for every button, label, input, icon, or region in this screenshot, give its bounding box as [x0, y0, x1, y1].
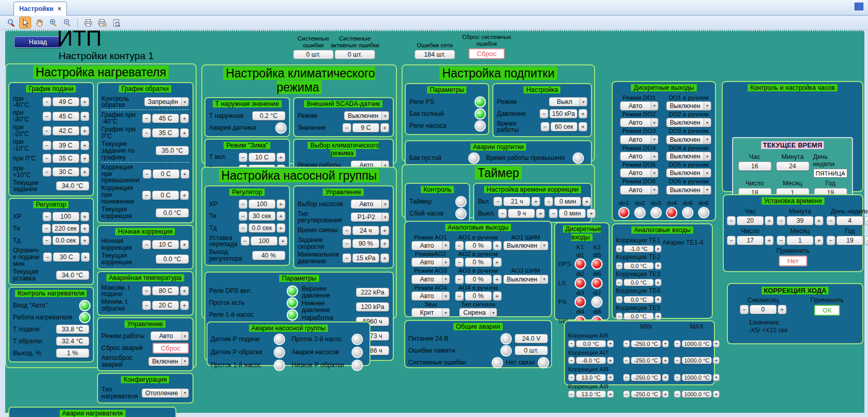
- decrement-button[interactable]: −: [826, 216, 835, 225]
- decrement-button[interactable]: −: [623, 374, 630, 381]
- dropdown[interactable]: Авто▼: [411, 258, 450, 267]
- increment-button[interactable]: +: [277, 199, 285, 209]
- decrement-button[interactable]: −: [616, 262, 623, 270]
- decrement-button[interactable]: −: [777, 236, 786, 245]
- increment-button[interactable]: +: [180, 114, 189, 123]
- decrement-button[interactable]: −: [142, 301, 151, 310]
- decrement-button[interactable]: −: [727, 216, 736, 225]
- dropdown[interactable]: Отопление▼: [142, 388, 189, 398]
- decrement-button[interactable]: −: [43, 141, 51, 150]
- decrement-button[interactable]: −: [544, 197, 553, 206]
- stepper-control[interactable]: −35 C+: [142, 128, 189, 138]
- dropdown[interactable]: Авто▼: [620, 101, 658, 111]
- increment-button[interactable]: +: [765, 216, 774, 225]
- decrement-button[interactable]: −: [43, 154, 51, 163]
- decrement-button[interactable]: −: [541, 122, 549, 131]
- dropdown[interactable]: Авто▼: [411, 275, 450, 284]
- decrement-button[interactable]: −: [342, 226, 351, 235]
- stepper-control[interactable]: −0 %+: [455, 291, 502, 301]
- stepper-control[interactable]: −20+: [727, 216, 774, 225]
- stepper-control[interactable]: −0.0 °C+: [616, 262, 662, 270]
- stepper-control[interactable]: −100+: [43, 212, 89, 221]
- increment-button[interactable]: +: [815, 216, 823, 225]
- increment-button[interactable]: +: [277, 223, 285, 233]
- increment-button[interactable]: +: [277, 153, 285, 162]
- increment-button[interactable]: +: [662, 391, 669, 398]
- increment-button[interactable]: +: [662, 374, 669, 381]
- increment-button[interactable]: +: [607, 357, 614, 364]
- stepper-control[interactable]: −30 сек+: [239, 211, 285, 221]
- stepper-control[interactable]: −9 ч+: [498, 209, 545, 218]
- dropdown[interactable]: Выключен▼: [666, 135, 711, 144]
- decrement-button[interactable]: −: [43, 126, 51, 136]
- increment-button[interactable]: +: [662, 357, 669, 364]
- decrement-button[interactable]: −: [549, 209, 558, 218]
- increment-button[interactable]: +: [607, 391, 614, 398]
- decrement-button[interactable]: −: [455, 241, 464, 250]
- stepper-control[interactable]: −220 сек+: [42, 224, 89, 233]
- increment-button[interactable]: +: [655, 313, 662, 320]
- decrement-button[interactable]: −: [43, 167, 51, 177]
- pan-icon[interactable]: [33, 17, 45, 29]
- stepper-control[interactable]: −0 C+: [142, 191, 189, 200]
- increment-button[interactable]: +: [713, 357, 720, 364]
- decrement-button[interactable]: −: [239, 153, 247, 162]
- increment-button[interactable]: +: [493, 275, 502, 284]
- decrement-button[interactable]: −: [568, 374, 575, 381]
- decrement-button[interactable]: −: [142, 240, 151, 249]
- decrement-button[interactable]: −: [239, 223, 247, 233]
- increment-button[interactable]: +: [180, 301, 189, 310]
- stepper-control[interactable]: −10 C+: [239, 153, 285, 162]
- stepper-control[interactable]: −9 C+: [342, 123, 389, 132]
- decrement-button[interactable]: −: [239, 199, 247, 209]
- stepper-control[interactable]: −1000.0 °C+: [674, 374, 720, 381]
- stepper-control[interactable]: −150 кРа+: [540, 109, 587, 118]
- stepper-control[interactable]: −100+: [241, 236, 287, 246]
- decrement-button[interactable]: −: [623, 340, 630, 347]
- stepper-control[interactable]: −1000.0 °C+: [674, 391, 720, 398]
- increment-button[interactable]: +: [655, 296, 662, 303]
- increment-button[interactable]: +: [713, 340, 720, 347]
- dropdown[interactable]: Выкл▼: [549, 97, 587, 106]
- decrement-button[interactable]: −: [239, 211, 247, 221]
- decrement-button[interactable]: −: [568, 357, 575, 364]
- stepper-control[interactable]: −-250.0 °C+: [623, 374, 669, 381]
- increment-button[interactable]: +: [662, 340, 669, 347]
- tab-settings[interactable]: Настройки ×: [13, 2, 67, 16]
- stepper-control[interactable]: −0.0 °C+: [616, 296, 662, 303]
- decrement-button[interactable]: −: [568, 340, 575, 347]
- decrement-button[interactable]: −: [455, 258, 464, 267]
- decrement-button[interactable]: −: [616, 245, 623, 252]
- increment-button[interactable]: +: [380, 239, 389, 248]
- stepper-control[interactable]: −45 C+: [43, 112, 89, 121]
- decrement-button[interactable]: −: [568, 391, 575, 398]
- dropdown[interactable]: Авто▼: [620, 152, 658, 161]
- dropdown[interactable]: Выключен▼: [666, 152, 711, 161]
- increment-button[interactable]: +: [279, 236, 287, 246]
- stepper-control[interactable]: −35 C+: [43, 154, 89, 163]
- stepper-control[interactable]: −0.0 °C+: [616, 279, 662, 286]
- stepper-control[interactable]: −0.0 сек+: [239, 223, 285, 233]
- increment-button[interactable]: +: [713, 374, 720, 381]
- stepper-control[interactable]: −0 C+: [143, 169, 189, 179]
- increment-button[interactable]: +: [765, 236, 774, 245]
- dropdown[interactable]: Авто▼: [620, 135, 658, 144]
- decrement-button[interactable]: −: [43, 212, 51, 221]
- increment-button[interactable]: +: [181, 169, 189, 179]
- increment-button[interactable]: +: [536, 209, 545, 218]
- increment-button[interactable]: +: [80, 126, 89, 136]
- stepper-control[interactable]: −0.0 °C+: [616, 313, 662, 320]
- dropdown[interactable]: Авто▼: [411, 291, 450, 301]
- dropdown[interactable]: Выключен▼: [666, 185, 711, 195]
- decrement-button[interactable]: −: [826, 236, 835, 245]
- decrement-button[interactable]: −: [342, 239, 351, 248]
- increment-button[interactable]: +: [655, 245, 662, 252]
- decrement-button[interactable]: −: [43, 236, 51, 245]
- increment-button[interactable]: +: [493, 241, 502, 250]
- increment-button[interactable]: +: [380, 226, 389, 235]
- decrement-button[interactable]: −: [142, 128, 151, 138]
- dropdown[interactable]: P1-P2▼: [351, 212, 389, 222]
- reset-system-errors-button[interactable]: Сброс: [469, 48, 505, 59]
- increment-button[interactable]: +: [864, 216, 868, 225]
- decrement-button[interactable]: −: [142, 114, 151, 123]
